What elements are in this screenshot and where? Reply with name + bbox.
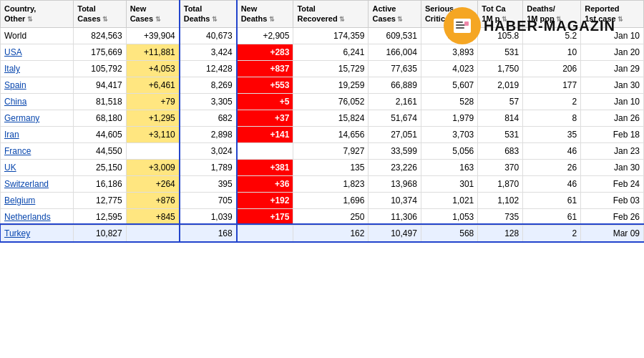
table-row: Turkey10,82716816210,4975681282Mar 09 [1,225,644,241]
cell-total-recovered: 162 [293,225,369,241]
cell-total-deaths: 395 [180,175,237,192]
cell-total-deaths: 1,039 [180,208,237,225]
header-new-deaths[interactable]: NewDeaths [237,1,293,28]
cell-active-cases: 51,674 [369,110,421,126]
header-total-deaths[interactable]: TotalDeaths [180,1,237,28]
cell-serious-critical: 1,021 [421,192,477,208]
svg-rect-1 [456,21,463,23]
cell-active-cases: 27,051 [369,126,421,142]
cell-total-recovered: 1,823 [293,175,369,192]
cell-tot-cases-1m: 370 [478,159,523,175]
cell-deaths-1m: 46 [523,175,581,192]
cell-new-deaths: +283 [237,44,293,60]
cell-total-recovered: 7,927 [293,142,369,159]
cell-country[interactable]: Spain [1,77,74,93]
cell-total-deaths: 3,424 [180,44,237,60]
cell-new-deaths: +5 [237,93,293,110]
cell-total-recovered: 135 [293,159,369,175]
cell-country[interactable]: Iran [1,126,74,142]
cell-total-cases: 824,563 [74,27,126,44]
cell-serious-critical: 3,703 [421,126,477,142]
cell-reported: Feb 18 [581,126,644,142]
cell-active-cases: 609,531 [369,27,421,44]
table-row: USA175,669+11,8813,424+2836,241166,0043,… [1,44,644,60]
cell-active-cases: 13,968 [369,175,421,192]
cell-active-cases: 10,497 [369,225,421,241]
cell-total-recovered: 76,052 [293,93,369,110]
cell-total-recovered: 15,729 [293,60,369,77]
cell-country[interactable]: USA [1,44,74,60]
cell-total-deaths: 8,269 [180,77,237,93]
cell-total-cases: 81,518 [74,93,126,110]
cell-country[interactable]: UK [1,159,74,175]
cell-serious-critical: 3,893 [421,44,477,60]
svg-rect-4 [464,21,469,26]
cell-total-deaths: 3,305 [180,93,237,110]
cell-new-cases [126,225,180,241]
cell-tot-cases-1m: 735 [478,208,523,225]
cell-country[interactable]: China [1,93,74,110]
cell-tot-cases-1m: 1,870 [478,175,523,192]
header-new-cases[interactable]: NewCases [126,1,180,28]
cell-new-deaths: +37 [237,110,293,126]
cell-reported: Feb 24 [581,175,644,192]
table-row: Belgium12,775+876705+1921,69610,3741,021… [1,192,644,208]
cell-country[interactable]: Netherlands [1,208,74,225]
cell-new-cases: +876 [126,192,180,208]
cell-tot-cases-1m: 814 [478,110,523,126]
cell-deaths-1m: 10 [523,44,581,60]
cell-new-cases: +4,053 [126,60,180,77]
table-row: France44,5503,0247,92733,5995,05668346Ja… [1,142,644,159]
cell-total-cases: 10,827 [74,225,126,241]
cell-total-cases: 44,605 [74,126,126,142]
cell-total-recovered: 250 [293,208,369,225]
cell-total-cases: 94,417 [74,77,126,93]
cell-country[interactable]: Turkey [1,225,74,241]
cell-deaths-1m: 61 [523,192,581,208]
cell-country[interactable]: France [1,142,74,159]
cell-deaths-1m: 8 [523,110,581,126]
cell-total-cases: 68,180 [74,110,126,126]
cell-country[interactable]: Switzerland [1,175,74,192]
cell-new-deaths: +837 [237,60,293,77]
cell-total-cases: 12,595 [74,208,126,225]
table-row: China81,518+793,305+576,0522,161528572Ja… [1,93,644,110]
table-row: Germany68,180+1,295682+3715,82451,6741,9… [1,110,644,126]
cell-deaths-1m: 206 [523,60,581,77]
cell-total-recovered: 174,359 [293,27,369,44]
watermark: HABER-MAGAZIN [444,7,615,44]
cell-serious-critical: 1,053 [421,208,477,225]
cell-new-deaths [237,142,293,159]
cell-reported: Jan 29 [581,60,644,77]
cell-total-cases: 44,550 [74,142,126,159]
cell-tot-cases-1m: 1,750 [478,60,523,77]
header-country[interactable]: Country,Other [1,1,74,28]
cell-tot-cases-1m: 531 [478,44,523,60]
table-row: Iran44,605+3,1102,898+14114,65627,0513,7… [1,126,644,142]
cell-new-deaths: +553 [237,77,293,93]
cell-new-deaths: +175 [237,208,293,225]
cell-serious-critical: 163 [421,159,477,175]
cell-total-recovered: 14,656 [293,126,369,142]
watermark-logo [444,7,481,44]
cell-active-cases: 2,161 [369,93,421,110]
cell-tot-cases-1m: 1,102 [478,192,523,208]
watermark-text-block: HABER-MAGAZIN [484,18,615,34]
cell-country[interactable]: Italy [1,60,74,77]
header-active-cases[interactable]: ActiveCases [369,1,421,28]
cell-new-deaths: +36 [237,175,293,192]
cell-reported: Jan 30 [581,159,644,175]
cell-deaths-1m: 26 [523,159,581,175]
cell-new-cases: +3,009 [126,159,180,175]
cell-active-cases: 11,306 [369,208,421,225]
header-total-cases[interactable]: TotalCases [74,1,126,28]
cell-country[interactable]: Germany [1,110,74,126]
svg-rect-3 [456,27,464,29]
cell-new-cases: +264 [126,175,180,192]
cell-total-deaths: 12,428 [180,60,237,77]
cell-country[interactable]: Belgium [1,192,74,208]
cell-reported: Jan 20 [581,44,644,60]
cell-reported: Jan 30 [581,77,644,93]
header-total-recovered[interactable]: TotalRecovered [293,1,369,28]
cell-new-deaths: +2,905 [237,27,293,44]
